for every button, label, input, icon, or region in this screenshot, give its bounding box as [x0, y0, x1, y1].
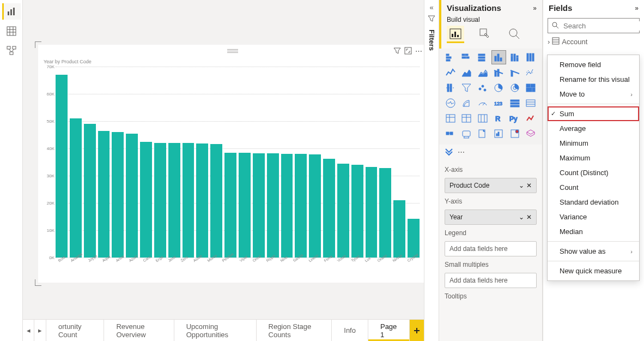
menu-minimum[interactable]: Minimum	[548, 136, 639, 151]
menu-new-quick-measure[interactable]: New quick measure	[548, 264, 639, 278]
viz-type-cell[interactable]	[443, 127, 458, 140]
legend-well[interactable]: Add data fields here	[445, 241, 537, 256]
menu-count-distinct[interactable]: Count (Distinct)	[548, 165, 639, 180]
chart-bar[interactable]	[281, 154, 293, 258]
chart-bar[interactable]	[112, 132, 124, 258]
page-tab[interactable]: Info	[332, 320, 368, 341]
viz-type-cell[interactable]	[443, 81, 458, 94]
tab-scroll-right[interactable]: ▸	[34, 320, 46, 341]
chart-bar[interactable]	[98, 131, 110, 258]
viz-type-cell[interactable]	[492, 81, 506, 94]
viz-type-cell[interactable]	[508, 51, 522, 64]
viz-type-cell[interactable]	[476, 112, 490, 125]
menu-maximum[interactable]: Maximum	[548, 151, 639, 165]
more-options-icon[interactable]: ⋯	[415, 47, 423, 56]
viz-type-cell[interactable]: 123	[492, 97, 506, 110]
viz-type-cell[interactable]	[476, 51, 490, 64]
chart-bar[interactable]	[56, 75, 68, 258]
menu-average[interactable]: Average	[548, 121, 639, 136]
viz-type-cell[interactable]	[492, 51, 506, 64]
fields-search-input[interactable]	[562, 21, 644, 31]
viz-type-cell[interactable]	[508, 97, 522, 110]
viz-type-cell[interactable]	[524, 81, 538, 94]
chart-bar[interactable]	[295, 154, 307, 258]
viz-type-cell[interactable]	[508, 127, 522, 140]
chart-bar[interactable]	[267, 153, 279, 258]
chart-bar[interactable]	[309, 154, 321, 258]
viz-type-cell[interactable]: Py	[508, 112, 522, 125]
chart-bar[interactable]	[140, 142, 152, 258]
viz-type-cell[interactable]	[524, 66, 538, 79]
analytics-tab[interactable]	[506, 26, 523, 43]
chart-bar[interactable]	[337, 164, 349, 258]
viz-type-cell[interactable]	[460, 127, 474, 140]
chart-bar[interactable]	[253, 153, 265, 258]
viz-type-cell[interactable]	[476, 127, 490, 140]
viz-type-cell[interactable]	[460, 81, 474, 94]
build-visual-tab[interactable]	[447, 26, 464, 43]
viz-type-cell[interactable]	[492, 127, 506, 140]
resize-handle-tl[interactable]	[35, 41, 41, 48]
small-multiples-well[interactable]: Add data fields here	[445, 273, 537, 288]
viz-type-cell[interactable]	[524, 127, 538, 140]
viz-type-cell[interactable]	[460, 66, 474, 79]
chart-bar[interactable]	[408, 219, 420, 258]
add-page-button[interactable]	[410, 320, 424, 341]
report-canvas[interactable]: ⋯ Year by Product Code 0K10K20K30K40K50K…	[23, 0, 424, 341]
chart-bar[interactable]	[379, 168, 391, 258]
page-tab[interactable]: Revenue Overview	[104, 320, 174, 341]
menu-median[interactable]: Median	[548, 224, 639, 239]
menu-show-value-as[interactable]: Show value as›	[548, 244, 639, 259]
menu-variance[interactable]: Variance	[548, 210, 639, 224]
more-visuals-icon[interactable]: ⋯	[458, 148, 465, 156]
viz-type-cell[interactable]	[460, 97, 474, 110]
resize-handle-bl[interactable]	[35, 279, 41, 286]
viz-type-cell[interactable]	[460, 112, 474, 125]
fields-search[interactable]	[548, 18, 640, 33]
menu-sum[interactable]: Sum	[548, 106, 639, 121]
viz-type-cell[interactable]	[492, 66, 506, 79]
chart-bar[interactable]	[70, 118, 82, 258]
page-tab[interactable]: ortunity Count	[46, 320, 104, 341]
page-tab[interactable]: Upcoming Opportunities	[174, 320, 257, 341]
menu-count[interactable]: Count	[548, 180, 639, 195]
chart-bar[interactable]	[154, 143, 166, 258]
xaxis-well[interactable]: Product Code ⌄✕	[445, 178, 537, 193]
chart-bar[interactable]	[224, 153, 236, 258]
report-view-button[interactable]	[2, 3, 21, 20]
viz-type-cell[interactable]	[476, 66, 490, 79]
chart-bar[interactable]	[126, 134, 138, 258]
viz-type-cell[interactable]	[476, 81, 490, 94]
chart-bar[interactable]	[239, 153, 251, 258]
menu-move-to[interactable]: Move to›	[548, 87, 639, 101]
viz-type-cell[interactable]	[443, 51, 458, 64]
chart-bar[interactable]	[196, 143, 208, 258]
filter-icon[interactable]	[393, 47, 401, 56]
viz-type-cell[interactable]	[524, 112, 538, 125]
chart-bar[interactable]	[366, 167, 378, 258]
viz-type-cell[interactable]	[524, 51, 538, 64]
viz-type-cell[interactable]	[443, 112, 458, 125]
page-tab-active[interactable]: Page 1	[368, 320, 410, 341]
viz-type-cell[interactable]	[443, 66, 458, 79]
collapse-fields-icon[interactable]: »	[635, 4, 639, 12]
remove-field-icon[interactable]: ✕	[526, 182, 532, 189]
chevron-down-icon[interactable]: ⌄	[519, 182, 524, 189]
viz-type-cell[interactable]	[443, 97, 458, 110]
remove-field-icon[interactable]: ✕	[526, 213, 532, 221]
chart-bar[interactable]	[210, 144, 222, 258]
collapse-viz-icon[interactable]: »	[533, 4, 537, 12]
chart-bar[interactable]	[183, 143, 195, 258]
focus-mode-icon[interactable]	[404, 47, 412, 56]
model-view-button[interactable]	[2, 43, 21, 59]
menu-stdev[interactable]: Standard deviation	[548, 195, 639, 210]
filters-pane-collapsed[interactable]: « Filters	[424, 0, 439, 341]
viz-type-cell[interactable]	[508, 81, 522, 94]
viz-type-cell[interactable]	[508, 66, 522, 79]
viz-type-cell[interactable]	[476, 97, 490, 110]
viz-type-cell[interactable]	[524, 97, 538, 110]
drag-handle-icon[interactable]	[227, 49, 238, 53]
yaxis-well[interactable]: Year ⌄✕	[445, 210, 537, 225]
bar-chart-visual[interactable]: ⋯ Year by Product Code 0K10K20K30K40K50K…	[38, 45, 424, 283]
page-tab[interactable]: Region Stage Counts	[257, 320, 332, 341]
